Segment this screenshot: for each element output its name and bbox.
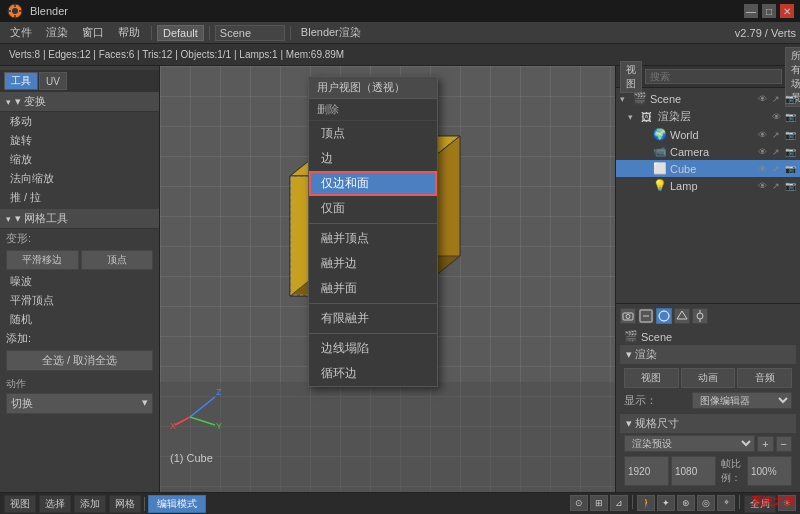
cube-cursor[interactable]: ↗: [770, 164, 782, 174]
tree-item-camera[interactable]: 📹 Camera 👁 ↗ 📷: [616, 143, 800, 160]
tree-item-renderlayer[interactable]: ▾ 🖼 渲染层 👁 📷: [616, 107, 800, 126]
prop-icon-render[interactable]: [638, 308, 654, 324]
menu-window[interactable]: 窗口: [76, 23, 110, 42]
right-search-input[interactable]: [645, 69, 782, 84]
renderlayer-eye[interactable]: 👁: [770, 112, 782, 122]
tree-item-scene[interactable]: ▾ 🎬 Scene 👁 ↗ 📷: [616, 90, 800, 107]
minimize-button[interactable]: —: [744, 4, 758, 18]
tab-tools[interactable]: 工具: [4, 72, 38, 90]
maximize-button[interactable]: □: [762, 4, 776, 18]
world-eye[interactable]: 👁: [756, 130, 768, 140]
world-cursor[interactable]: ↗: [770, 130, 782, 140]
scene-input[interactable]: [215, 25, 285, 41]
random-item[interactable]: 随机: [0, 310, 159, 329]
status-icon-6[interactable]: ◎: [697, 495, 715, 511]
noise-item[interactable]: 噪波: [0, 272, 159, 291]
transform-normal-scale[interactable]: 法向缩放: [0, 169, 159, 188]
res-percent-input[interactable]: [747, 456, 792, 486]
animation-btn[interactable]: 动画: [681, 368, 736, 388]
viewport[interactable]: (1) Cube Z Y X 用户视图（透视） 删除 顶点 边 仅边和面 仅面 …: [160, 66, 615, 492]
render-preset-plus[interactable]: +: [757, 436, 773, 452]
world-render[interactable]: 📷: [784, 130, 796, 140]
transform-scale[interactable]: 缩放: [0, 150, 159, 169]
status-add[interactable]: 添加: [74, 495, 106, 513]
cube-render[interactable]: 📷: [784, 164, 796, 174]
smooth-slide-btn[interactable]: 平滑移边: [6, 250, 79, 270]
status-global-btn[interactable]: 全局: [744, 495, 776, 513]
lamp-eye[interactable]: 👁: [756, 181, 768, 191]
transform-push-pull[interactable]: 推 / 拉: [0, 188, 159, 207]
res-x-input[interactable]: [624, 456, 669, 486]
transform-rotate[interactable]: 旋转: [0, 131, 159, 150]
ctx-item-limited-dissolve[interactable]: 有限融并: [309, 306, 437, 331]
status-mesh[interactable]: 网格: [109, 495, 141, 513]
ctx-item-vertex[interactable]: 顶点: [309, 121, 437, 146]
tree-item-cube[interactable]: ⬜ Cube 👁 ↗ 📷: [616, 160, 800, 177]
mesh-tools-header[interactable]: ▾ ▾ 网格工具: [0, 209, 159, 229]
transform-arrow: ▾: [6, 97, 11, 107]
scene-prop-icon: 🎬: [624, 330, 638, 343]
tree-item-world[interactable]: 🌍 World 👁 ↗ 📷: [616, 126, 800, 143]
scene-cursor[interactable]: ↗: [770, 94, 782, 104]
display-dropdown[interactable]: 图像编辑器: [692, 392, 792, 409]
prop-icons-row: [620, 308, 796, 324]
action-dropdown[interactable]: 切换 ▾: [6, 393, 153, 414]
camera-label: Camera: [670, 146, 753, 158]
camera-cursor[interactable]: ↗: [770, 147, 782, 157]
renderer-section-header[interactable]: ▾ 渲染: [620, 345, 796, 364]
transform-move[interactable]: 移动: [0, 112, 159, 131]
status-view[interactable]: 视图: [4, 495, 36, 513]
render-btn[interactable]: 视图: [624, 368, 679, 388]
status-icon-2[interactable]: ⊞: [590, 495, 608, 511]
status-icon-1[interactable]: ⊙: [570, 495, 588, 511]
menu-render[interactable]: 渲染: [40, 23, 74, 42]
lamp-cursor[interactable]: ↗: [770, 181, 782, 191]
menu-file[interactable]: 文件: [4, 23, 38, 42]
resolution-section-header[interactable]: ▾ 规格尺寸: [620, 414, 796, 433]
tree-item-lamp[interactable]: 💡 Lamp 👁 ↗ 📷: [616, 177, 800, 194]
ctx-item-loop-edge[interactable]: 循环边: [309, 361, 437, 386]
vertex-btn[interactable]: 顶点: [81, 250, 154, 270]
ctx-item-merge-faces[interactable]: 融并面: [309, 276, 437, 301]
scene-tree: ▾ 🎬 Scene 👁 ↗ 📷 ▾ 🖼 渲染层 👁 📷: [616, 88, 800, 303]
menu-help[interactable]: 帮助: [112, 23, 146, 42]
renderlayer-render[interactable]: 📷: [784, 112, 796, 122]
scene-render[interactable]: 📷: [784, 94, 796, 104]
prop-icon-settings[interactable]: [692, 308, 708, 324]
status-icon-walk[interactable]: 🚶: [637, 495, 655, 511]
prop-icon-world[interactable]: [656, 308, 672, 324]
close-button[interactable]: ✕: [780, 4, 794, 18]
status-select[interactable]: 选择: [39, 495, 71, 513]
transform-header[interactable]: ▾ ▾ 变换: [0, 92, 159, 112]
prop-icon-scene[interactable]: [674, 308, 690, 324]
status-mode-btn[interactable]: 编辑模式: [148, 495, 206, 513]
camera-eye[interactable]: 👁: [756, 147, 768, 157]
info-verts: Verts:8 | Edges:12 | Faces:6 | Tris:12 |…: [4, 47, 349, 62]
ctx-item-faces-only[interactable]: 仅面: [309, 196, 437, 221]
status-icon-5[interactable]: ⊛: [677, 495, 695, 511]
status-icon-4[interactable]: ✦: [657, 495, 675, 511]
camera-render[interactable]: 📷: [784, 147, 796, 157]
render-preset-minus[interactable]: −: [776, 436, 792, 452]
scene-controls: 👁 ↗ 📷: [756, 94, 796, 104]
ctx-item-merge-verts[interactable]: 融并顶点: [309, 226, 437, 251]
status-icon-sun[interactable]: ☀: [778, 495, 796, 511]
status-icon-3[interactable]: ⊿: [610, 495, 628, 511]
cube-eye[interactable]: 👁: [756, 164, 768, 174]
ctx-item-edge-collapse[interactable]: 边线塌陷: [309, 336, 437, 361]
ctx-item-edges-faces[interactable]: 仅边和面: [309, 171, 437, 196]
prop-icon-camera[interactable]: [620, 308, 636, 324]
smooth-vertex-item[interactable]: 平滑顶点: [0, 291, 159, 310]
lamp-render[interactable]: 📷: [784, 181, 796, 191]
status-icon-7[interactable]: ⌖: [717, 495, 735, 511]
ctx-item-merge-edges[interactable]: 融并边: [309, 251, 437, 276]
render-preset-select[interactable]: 渲染预设: [624, 435, 755, 452]
right-panel: 视图 所有场景 ▾ 🎬 Scene 👁 ↗ 📷 ▾ 🖼 渲染层: [615, 66, 800, 492]
full-select-btn[interactable]: 全选 / 取消全选: [6, 350, 153, 371]
tab-uv[interactable]: UV: [39, 72, 67, 90]
res-y-input[interactable]: [671, 456, 716, 486]
engine-badge[interactable]: Default: [157, 25, 204, 41]
audio-btn[interactable]: 音频: [737, 368, 792, 388]
scene-eye[interactable]: 👁: [756, 94, 768, 104]
ctx-item-edge[interactable]: 边: [309, 146, 437, 171]
